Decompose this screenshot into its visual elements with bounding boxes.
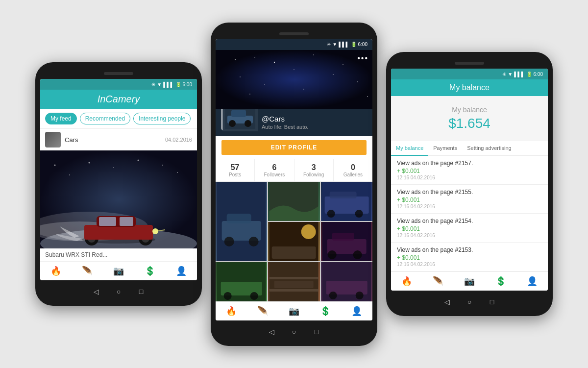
signal-icon-2: ▌▌▌: [339, 42, 349, 47]
nav-dollar-2[interactable]: 💲: [320, 306, 331, 317]
photo-svg-1: [216, 182, 267, 261]
phone-top-1: [40, 68, 197, 79]
svg-point-65: [250, 292, 258, 300]
svg-rect-67: [270, 277, 318, 279]
stat-following: 3 Following: [294, 159, 334, 181]
recents-btn-3[interactable]: □: [488, 297, 496, 306]
svg-point-61: [353, 250, 362, 259]
photo-svg-4: [268, 222, 319, 261]
home-btn-3[interactable]: ○: [465, 297, 474, 306]
balance-tab-advertising[interactable]: Setting advertising: [462, 141, 516, 156]
stat-following-label: Following: [296, 172, 331, 177]
nav-dollar-3[interactable]: 💲: [495, 276, 506, 287]
nav-feather-3[interactable]: 🪶: [433, 276, 443, 287]
status-icons-3: ✳ ▼ ▌▌▌ 🔋 6:00: [502, 72, 543, 77]
svg-point-60: [327, 250, 336, 259]
speaker-1: [104, 72, 133, 75]
nav-profile-2[interactable]: 👤: [351, 306, 362, 317]
stat-followers-label: Followers: [257, 172, 292, 177]
tab-my-feed[interactable]: My feed: [45, 113, 77, 124]
back-btn-3[interactable]: ◁: [442, 297, 451, 306]
feed-username: Cars: [65, 136, 161, 144]
stat-following-num: 3: [296, 163, 331, 172]
profile-more-icon[interactable]: •••: [357, 54, 368, 63]
nav-feather[interactable]: 🪶: [82, 266, 93, 276]
wifi-icon: ▼: [157, 82, 162, 87]
phone-1: ✳ ▼ ▌▌▌ 🔋 6:00 InCamery My feed Recommen…: [35, 62, 202, 306]
battery-icon: 🔋: [175, 82, 181, 87]
recents-btn-2[interactable]: □: [312, 327, 321, 336]
stat-posts-label: Posts: [218, 172, 252, 177]
speaker-3: [455, 62, 484, 65]
nav-dollar[interactable]: 💲: [145, 266, 155, 276]
nav-feather-2[interactable]: 🪶: [257, 306, 268, 317]
transaction-time-4: 12:16 04.02.2016: [397, 262, 542, 267]
photo-cell-7[interactable]: [268, 262, 319, 301]
nav-camera[interactable]: 📷: [113, 266, 124, 276]
svg-rect-51: [329, 192, 356, 198]
signal-icon-3: ▌▌▌: [514, 72, 524, 77]
balance-tab-my-balance[interactable]: My balance: [391, 141, 428, 156]
svg-point-34: [303, 89, 304, 90]
photo-cell-8[interactable]: [321, 262, 372, 301]
profile-text: @Cars Auto life: Best auto.: [262, 113, 308, 130]
svg-rect-22: [216, 50, 372, 109]
transaction-amount-2: + $0.001: [397, 196, 542, 203]
nav-camera-3[interactable]: 📷: [464, 276, 475, 287]
transaction-desc-2: View ads on the page #2155.: [397, 189, 542, 196]
status-icons-2: ✳ ▼ ▌▌▌ 🔋 6:00: [327, 42, 368, 47]
stat-posts: 57 Posts: [216, 159, 255, 181]
transaction-list: View ads on the page #2157. + $0.001 12:…: [391, 156, 548, 271]
photo-cell-2[interactable]: [268, 182, 319, 221]
svg-point-31: [333, 74, 334, 75]
recents-btn-1[interactable]: □: [137, 287, 146, 296]
svg-rect-68: [270, 289, 318, 292]
screen-3: ✳ ▼ ▌▌▌ 🔋 6:00 My balance My balance $1.…: [391, 69, 548, 291]
transaction-time-1: 12:16 04.02.2016: [397, 175, 542, 180]
nav-profile[interactable]: 👤: [176, 266, 187, 276]
avatar-image: [45, 132, 61, 147]
svg-point-24: [254, 57, 255, 58]
transaction-amount-3: + $0.001: [397, 225, 542, 232]
back-btn-1[interactable]: ◁: [92, 287, 100, 296]
nav-fire[interactable]: 🔥: [50, 266, 61, 276]
photo-cell-3[interactable]: [321, 182, 372, 221]
home-btn-1[interactable]: ○: [114, 287, 123, 296]
feed-date: 04.02.2016: [165, 137, 192, 143]
nav-profile-3[interactable]: 👤: [527, 276, 538, 287]
photo-cell-1[interactable]: [216, 182, 267, 261]
nav-fire-3[interactable]: 🔥: [401, 276, 412, 287]
svg-rect-9: [84, 225, 153, 240]
nav-camera-2[interactable]: 📷: [289, 306, 299, 317]
tab-interesting-people[interactable]: Interesting people: [133, 113, 191, 124]
bottom-nav-2: 🔥 🪶 📷 💲 👤: [216, 301, 372, 320]
photo-cell-5[interactable]: [321, 222, 372, 261]
svg-point-27: [343, 64, 343, 65]
bluetooth-icon-3: ✳: [502, 72, 506, 77]
photo-svg-6: [216, 262, 267, 301]
feed-image: [40, 150, 197, 248]
bottom-nav-1: 🔥 🪶 📷 💲 👤: [40, 261, 197, 280]
screen-1: ✳ ▼ ▌▌▌ 🔋 6:00 InCamery My feed Recommen…: [40, 79, 197, 280]
time-display: 6:00: [183, 82, 192, 87]
stat-followers: 6 Followers: [255, 159, 294, 181]
profile-stats: 57 Posts 6 Followers 3 Following 0 Galle…: [216, 159, 372, 182]
transaction-amount-1: + $0.001: [397, 168, 542, 174]
photo-cell-4[interactable]: [268, 222, 319, 261]
stat-followers-num: 6: [257, 163, 292, 172]
edit-profile-button[interactable]: EDIT PROFILE: [221, 140, 367, 155]
svg-point-26: [313, 54, 314, 55]
profile-header-bg: •••: [216, 50, 372, 109]
nav-fire-2[interactable]: 🔥: [226, 306, 237, 317]
photo-svg-3: [321, 182, 372, 221]
home-btn-2[interactable]: ○: [290, 327, 298, 336]
tab-recommended[interactable]: Recommended: [80, 113, 130, 124]
transaction-item-1: View ads on the page #2157. + $0.001 12:…: [391, 156, 548, 185]
speaker-2: [279, 32, 309, 35]
battery-icon-2: 🔋: [351, 42, 357, 47]
balance-tab-payments[interactable]: Payments: [428, 141, 462, 156]
back-btn-2[interactable]: ◁: [267, 327, 276, 336]
photo-cell-6[interactable]: [216, 262, 267, 301]
phone-bottom-3: ◁ ○ □: [391, 293, 548, 311]
svg-point-41: [229, 120, 236, 127]
